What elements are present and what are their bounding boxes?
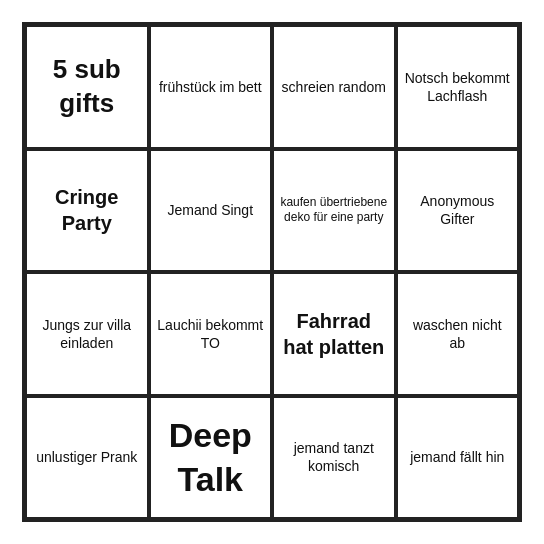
bingo-cell-r0c2: schreien random <box>272 25 396 149</box>
bingo-cell-r3c2: jemand tanzt komisch <box>272 396 396 520</box>
bingo-cell-r0c3: Notsch bekommt Lachflash <box>396 25 520 149</box>
bingo-board: 5 sub giftsfrühstück im bettschreien ran… <box>22 22 522 522</box>
bingo-cell-r0c1: frühstück im bett <box>149 25 273 149</box>
bingo-cell-r2c0: Jungs zur villa einladen <box>25 272 149 396</box>
bingo-cell-r1c0: Cringe Party <box>25 149 149 273</box>
bingo-cell-r3c0: unlustiger Prank <box>25 396 149 520</box>
bingo-cell-r3c1: Deep Talk <box>149 396 273 520</box>
bingo-cell-r1c3: Anonymous Gifter <box>396 149 520 273</box>
bingo-cell-r1c1: Jemand Singt <box>149 149 273 273</box>
bingo-cell-r2c2: Fahrrad hat platten <box>272 272 396 396</box>
bingo-cell-r2c1: Lauchii bekommt TO <box>149 272 273 396</box>
bingo-cell-r2c3: waschen nicht ab <box>396 272 520 396</box>
bingo-cell-r0c0: 5 sub gifts <box>25 25 149 149</box>
bingo-cell-r3c3: jemand fällt hin <box>396 396 520 520</box>
bingo-cell-r1c2: kaufen übertriebene deko für eine party <box>272 149 396 273</box>
